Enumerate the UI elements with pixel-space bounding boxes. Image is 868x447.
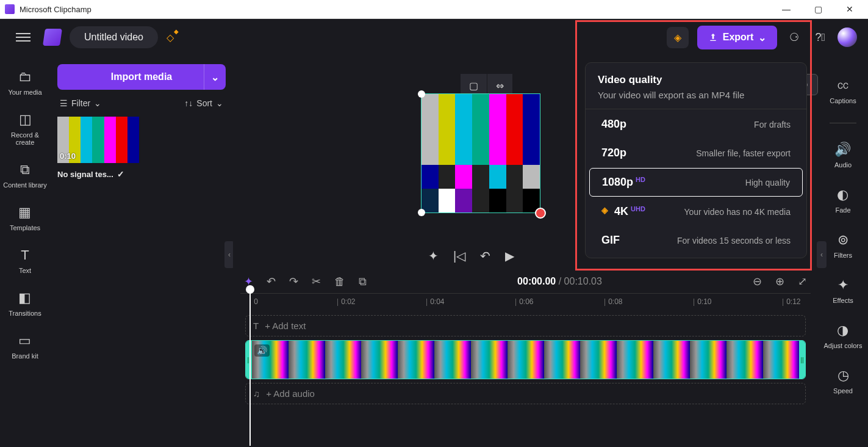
quality-option-gif[interactable]: GIFFor videos 15 seconds or less [589, 227, 803, 254]
app-name: Microsoft Clipchamp [20, 5, 778, 14]
zoom-out-button[interactable]: ⊖ [753, 275, 762, 288]
transport-controls: ✦ |◁ ↶ ▶ [428, 249, 514, 263]
filter-label: Filter [71, 98, 90, 108]
add-audio-label: + Add audio [266, 388, 315, 399]
dropdown-subtitle: Your video will export as an MP4 file [598, 90, 794, 100]
resize-handle-bl[interactable] [418, 209, 425, 216]
sort-button[interactable]: ↑↓Sort⌄ [184, 98, 223, 108]
premium-badge-icon[interactable]: ◇◆ [167, 32, 174, 43]
sidebar-captions[interactable]: ㏄Captions [827, 73, 858, 107]
sidebar-label: Filters [834, 252, 852, 259]
rewind-button[interactable]: ↶ [480, 249, 490, 263]
timeline-ruler[interactable]: 00:020:040:060:080:100:12 [240, 293, 811, 311]
skip-back-button[interactable]: |◁ [453, 249, 465, 263]
sidebar-label: Transitions [9, 310, 41, 317]
project-title[interactable]: Untitled video [70, 26, 158, 48]
effects-toggle-icon[interactable]: ✦ [428, 249, 439, 263]
sidebar-audio[interactable]: 🔊Audio [832, 139, 854, 171]
transitions-icon: ◧ [18, 290, 31, 306]
playhead[interactable] [249, 290, 251, 446]
import-dropdown-button[interactable]: ⌄ [204, 64, 226, 90]
copy-button[interactable]: ⧉ [359, 275, 367, 288]
redo-button[interactable]: ↷ [289, 275, 298, 288]
audio-icon[interactable]: 🔊 [254, 344, 270, 357]
text-track[interactable]: T+ Add text [245, 315, 806, 336]
audio-track[interactable]: ♫+ Add audio [245, 383, 806, 404]
minimize-button[interactable]: — [778, 4, 795, 14]
import-media-button[interactable]: Import media ⌄ [57, 64, 226, 90]
duration-sep: / [559, 276, 564, 286]
templates-icon: ▦ [18, 205, 31, 220]
quality-option-4k[interactable]: ◈4KUHDYour video has no 4K media [589, 198, 803, 225]
sidebar-label: Captions [830, 97, 856, 104]
music-icon: ♫ [253, 388, 260, 399]
fit-timeline-button[interactable]: ⤢ [798, 275, 807, 288]
sidebar-effects[interactable]: ✦Effects [830, 275, 855, 307]
menu-button[interactable] [11, 28, 35, 46]
split-button[interactable]: ✂ [312, 275, 321, 288]
video-clip[interactable]: || 🔊 || [245, 340, 806, 379]
resize-handle-tl[interactable] [418, 90, 425, 98]
zoom-in-button[interactable]: ⊕ [775, 275, 784, 288]
sidebar-adjust-colors[interactable]: ◑Adjust colors [822, 320, 865, 352]
speed-icon: ◷ [838, 368, 849, 383]
sidebar-transitions[interactable]: ◧Transitions [6, 288, 43, 319]
media-panel: Import media ⌄ ☰Filter⌄ ↑↓Sort⌄ 0:10 No … [50, 56, 233, 447]
clip-handle-left[interactable]: || [246, 341, 252, 379]
sidebar-your-media[interactable]: 🗀Your media [5, 67, 44, 98]
effects-icon: ✦ [838, 277, 848, 293]
clip-handle-right[interactable]: || [799, 341, 805, 379]
fade-icon: ◐ [837, 187, 848, 203]
window-titlebar: Microsoft Clipchamp — ▢ ✕ [0, 0, 868, 19]
help-icon[interactable]: ?⃝ [811, 27, 829, 48]
sidebar-speed[interactable]: ◷Speed [831, 365, 855, 397]
media-item[interactable]: 0:10 [57, 117, 139, 163]
quality-option-480p[interactable]: 480pFor drafts [589, 111, 803, 138]
add-text-label: + Add text [265, 321, 306, 331]
quality-option-720p[interactable]: 720pSmaller file, faster export [589, 139, 803, 167]
feedback-icon[interactable]: ⚆ [786, 27, 803, 48]
undo-button[interactable]: ↶ [267, 275, 276, 288]
delete-button[interactable]: 🗑 [334, 275, 345, 288]
sidebar-content-library[interactable]: ⧉Content library [1, 159, 49, 191]
sidebar-filters[interactable]: ⊚Filters [831, 230, 855, 261]
quality-option-1080p[interactable]: 1080pHDHigh quality [589, 168, 803, 197]
ruler-tick: 0 [249, 297, 258, 306]
sidebar-text[interactable]: TText [16, 245, 34, 277]
sidebar-label: Brand kit [12, 352, 38, 360]
top-bar: Untitled video ◇◆ ◈ Export ⌄ ⚆ ?⃝ [0, 19, 868, 56]
premium-icon: ◈ [601, 205, 608, 215]
text-icon: T [253, 321, 259, 331]
text-icon: T [21, 247, 29, 263]
sidebar-label: Templates [10, 224, 40, 231]
upgrade-button[interactable]: ◈ [667, 27, 689, 48]
app-icon [5, 4, 15, 14]
sidebar-brand-kit[interactable]: ▭Brand kit [9, 330, 40, 362]
sidebar-templates[interactable]: ▦Templates [7, 202, 43, 234]
folder-icon: 🗀 [18, 69, 32, 85]
user-avatar[interactable] [838, 27, 857, 47]
sidebar-record-create[interactable]: ◫Record & create [0, 109, 50, 148]
chevron-down-icon: ⌄ [94, 98, 101, 108]
filter-button[interactable]: ☰Filter⌄ [60, 98, 101, 108]
sidebar-label: Fade [835, 206, 850, 214]
sidebar-fade[interactable]: ◐Fade [833, 184, 853, 216]
maximize-button[interactable]: ▢ [809, 4, 827, 14]
sidebar-label: Record & create [2, 131, 48, 146]
timeline-toolbar: ✦ ↶ ↷ ✂ 🗑 ⧉ 00:00.00 / 00:10.03 ⊖ ⊕ ⤢ [233, 270, 818, 293]
chevron-down-icon: ⌄ [211, 71, 219, 83]
export-button[interactable]: Export ⌄ [697, 26, 778, 49]
sidebar-label: Text [19, 267, 31, 274]
left-sidebar: 🗀Your media ◫Record & create ⧉Content li… [0, 56, 50, 447]
quality-desc: High quality [745, 178, 790, 187]
play-button[interactable]: ▶ [505, 249, 514, 263]
ruler-tick: 0:04 [426, 297, 444, 306]
window-controls: — ▢ ✕ [778, 4, 858, 14]
quality-desc: Smaller file, faster export [696, 148, 791, 158]
dropdown-header: Video quality Your video will export as … [586, 65, 806, 109]
quality-label: ◈4KUHD [601, 205, 645, 218]
preview-canvas[interactable] [421, 93, 540, 213]
close-button[interactable]: ✕ [841, 4, 858, 14]
collapse-right-panel-button[interactable]: ‹ [817, 241, 827, 268]
export-label: Export [723, 32, 754, 43]
